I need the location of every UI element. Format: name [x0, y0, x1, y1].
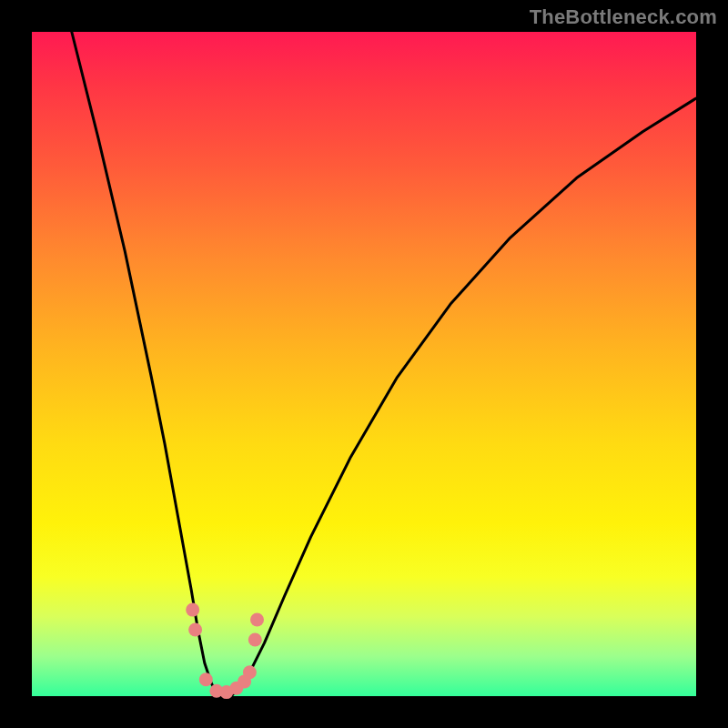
curve-marker: [248, 633, 262, 647]
curve-marker: [199, 672, 213, 686]
bottleneck-curve: [72, 32, 696, 696]
curve-marker: [250, 613, 264, 627]
chart-frame: TheBottleneck.com: [0, 0, 728, 728]
watermark-text: TheBottleneck.com: [530, 5, 717, 29]
curve-svg: [32, 32, 696, 696]
curve-marker: [186, 603, 199, 617]
plot-area: [32, 32, 696, 696]
curve-markers: [186, 603, 264, 700]
curve-marker: [188, 623, 202, 637]
curve-marker: [243, 665, 257, 679]
